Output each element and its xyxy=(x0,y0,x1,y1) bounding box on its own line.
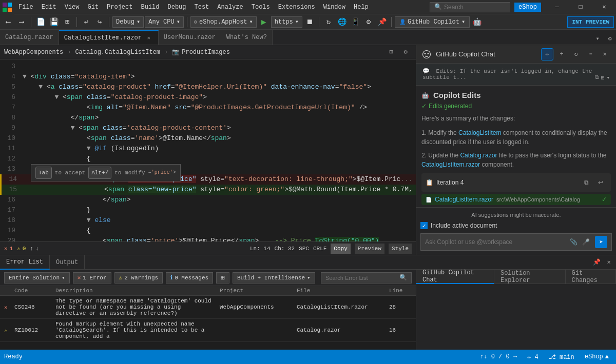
input-mic-button[interactable]: 🎤 xyxy=(581,237,591,247)
copilot-input[interactable] xyxy=(425,238,564,246)
status-branch-button[interactable]: ⎇ main xyxy=(546,353,578,361)
copilot-refresh-button[interactable]: ↻ xyxy=(570,48,582,60)
intellisense-toggle[interactable]: ⊞ xyxy=(216,272,229,284)
tab-solution-explorer[interactable]: Solution Explorer xyxy=(494,270,566,284)
col-line[interactable]: Line xyxy=(385,286,416,295)
error-count-badge[interactable]: ✕ 1 Error xyxy=(73,272,111,284)
run-button[interactable]: ▶ xyxy=(258,16,270,28)
new-file-button[interactable]: 📄 xyxy=(34,16,47,28)
menu-analyze[interactable]: Analyze xyxy=(213,0,247,14)
col-file[interactable]: File xyxy=(293,286,385,295)
iteration-copy-button[interactable]: ⧉ xyxy=(580,176,592,189)
close-tab-icon[interactable]: ✕ xyxy=(145,34,153,42)
undo-button[interactable]: ↩ xyxy=(80,16,92,28)
cataloglistitem-link-2[interactable]: CatalogListItem.razor xyxy=(421,161,480,168)
col-description[interactable]: Description xyxy=(51,286,216,295)
error-row-cs0246[interactable]: ✕ CS0246 The type or namespace name 'Cat… xyxy=(0,296,416,319)
status-nav-button[interactable]: ↑↓ 0 / 0 → xyxy=(477,353,520,360)
menu-view[interactable]: View xyxy=(61,0,84,14)
tab-error-list[interactable]: Error List xyxy=(0,255,50,270)
device-button[interactable]: 📱 xyxy=(349,16,361,28)
status-eshop-button[interactable]: eShop ▲ xyxy=(582,353,612,360)
copilot-send-button[interactable]: ➤ xyxy=(595,236,607,248)
nav-arrows[interactable]: ↑ ↓ xyxy=(30,246,38,252)
file-item-cataloglistitem[interactable]: 📄 CatalogListItem.razor src\WebAppCompon… xyxy=(421,194,611,205)
tab-catalog-razor[interactable]: Catalog.razor xyxy=(0,30,59,45)
copilot-more-button[interactable]: ⋯ xyxy=(584,48,596,60)
menu-window[interactable]: Window xyxy=(319,0,350,14)
copilot-profile[interactable]: 👤 GitHub Copilot ▾ xyxy=(395,16,470,28)
tab-whats-new[interactable]: What's New? xyxy=(221,30,273,45)
tab-list-button[interactable]: ▾ xyxy=(591,32,604,45)
error-search-input[interactable] xyxy=(325,275,397,281)
iteration-undo-button[interactable]: ↩ xyxy=(594,176,607,189)
settings-button[interactable]: ⚙ xyxy=(362,16,375,28)
platform-dropdown[interactable]: Any CPU ▾ xyxy=(145,16,184,28)
breadcrumb-expand-button[interactable]: ⊞ xyxy=(385,46,397,58)
copilot-close-button[interactable]: ✕ xyxy=(599,48,611,60)
warning-indicator[interactable]: ⚠ 0 xyxy=(17,245,26,252)
include-document-checkbox[interactable]: ✓ xyxy=(420,222,428,229)
save-button[interactable]: 💾 xyxy=(48,16,60,28)
style-button[interactable]: Style xyxy=(389,244,412,254)
maximize-button[interactable]: □ xyxy=(569,0,592,14)
close-button[interactable]: ✕ xyxy=(592,0,616,14)
back-button[interactable]: ⟵ xyxy=(2,16,14,28)
copilot-icon-btn[interactable]: 🤖 xyxy=(471,16,483,28)
pin-panel-button[interactable]: 📌 xyxy=(591,257,602,268)
col-project[interactable]: Project xyxy=(216,286,293,295)
copy-button[interactable]: Copy xyxy=(331,244,350,254)
copilot-edit-mode-button[interactable]: ✏ xyxy=(541,48,553,60)
stop-button[interactable]: ⏹ xyxy=(303,16,316,28)
tab-output[interactable]: Output xyxy=(50,255,85,270)
menu-debug[interactable]: Debug xyxy=(163,0,190,14)
error-row-rz10012[interactable]: ⚠ RZ10012 Found markup element with unex… xyxy=(0,319,416,342)
menu-build[interactable]: Build xyxy=(137,0,163,14)
status-pen-button[interactable]: ✏ 4 xyxy=(524,353,542,361)
error-search-box[interactable]: 🔍 xyxy=(321,272,412,284)
message-count-badge[interactable]: ℹ 0 Messages xyxy=(166,272,213,284)
copy-message-icon[interactable]: ⧉ xyxy=(595,74,599,81)
menu-git[interactable]: Git xyxy=(83,0,103,14)
preview-button[interactable]: Preview xyxy=(355,244,384,254)
breadcrumb-settings-button[interactable]: ⚙ xyxy=(399,46,412,58)
menu-project[interactable]: Project xyxy=(103,0,137,14)
redo-button[interactable]: ↪ xyxy=(93,16,106,28)
forward-button[interactable]: ⟶ xyxy=(15,16,28,28)
expand-message-icon[interactable]: ⊞ xyxy=(601,74,605,81)
col-icon[interactable] xyxy=(0,286,10,295)
tab-copilot-chat-bottom[interactable]: GitHub Copilot Chat xyxy=(416,270,494,284)
tab-git-changes[interactable]: Git Changes xyxy=(566,270,616,284)
chevron-down-icon[interactable]: ▾ xyxy=(606,74,610,81)
tab-usermenu-razor[interactable]: UserMenu.razor xyxy=(159,30,221,45)
col-code[interactable]: Code xyxy=(10,286,51,295)
cataloglistitem-link-1[interactable]: CatalogListItem xyxy=(458,129,501,136)
error-indicator[interactable]: ✕ 1 xyxy=(4,245,13,252)
copilot-new-chat-button[interactable]: + xyxy=(555,48,568,60)
search-input[interactable] xyxy=(444,4,506,11)
build-filter-dropdown[interactable]: Build + IntelliSense ▾ xyxy=(233,272,315,284)
warning-count-badge[interactable]: ⚠ 2 Warnings xyxy=(114,272,163,284)
refresh-button[interactable]: ↻ xyxy=(322,16,335,28)
close-panel-button[interactable]: ✕ xyxy=(604,257,614,268)
menu-tools[interactable]: Tools xyxy=(247,0,274,14)
browser-button[interactable]: 🌐 xyxy=(336,16,348,28)
save-all-button[interactable]: ⊞ xyxy=(61,16,73,28)
pin-button[interactable]: 📌 xyxy=(376,16,388,28)
app-host-selector[interactable]: ⚙ eShop.AppHost ▾ xyxy=(190,16,257,28)
menu-help[interactable]: Help xyxy=(350,0,373,14)
menu-search-box[interactable]: 🔍 xyxy=(430,2,510,12)
catalog-razor-link[interactable]: Catalog.razor xyxy=(460,152,497,159)
code-editor[interactable]: 3 4 ▼ <div class="catalog-item"> 5 ▼ <a … xyxy=(0,59,416,241)
minimize-button[interactable]: ─ xyxy=(545,0,569,14)
input-attach-button[interactable]: 📎 xyxy=(568,237,579,247)
menu-test[interactable]: Test xyxy=(190,0,214,14)
menu-edit[interactable]: Edit xyxy=(37,0,61,14)
menu-extensions[interactable]: Extensions xyxy=(274,0,319,14)
debug-config-dropdown[interactable]: Debug ▾ xyxy=(112,16,144,28)
tab-settings-button[interactable]: ⚙ xyxy=(604,32,616,45)
menu-file[interactable]: File xyxy=(14,0,37,14)
profile-dropdown[interactable]: https ▾ xyxy=(271,16,302,28)
tab-cataloglistitem-razor[interactable]: CatalogListItem.razor ✕ xyxy=(59,30,159,45)
scope-dropdown[interactable]: Entire Solution ▾ xyxy=(4,272,70,284)
